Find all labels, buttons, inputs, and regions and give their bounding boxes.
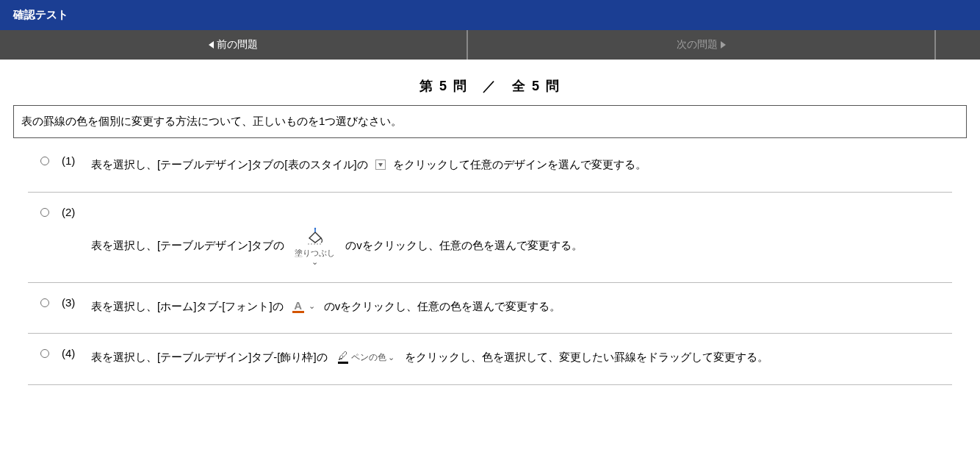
- pen-icon: 🖊: [338, 351, 348, 364]
- title-text: 確認テスト: [13, 8, 68, 21]
- pen-color-tool: 🖊 ペンの色 ⌄: [338, 349, 394, 366]
- radio-button[interactable]: [40, 349, 49, 358]
- svg-point-0: [314, 227, 316, 229]
- prev-question-button[interactable]: 前の問題: [0, 30, 468, 60]
- triangle-left-icon: [209, 41, 214, 49]
- answer-list: (1) 表を選択し、[テーブルデザイン]タブの[表のスタイル]の をクリックして…: [28, 150, 952, 385]
- answer-post: のvをクリックし、任意の色を選んで変更する。: [345, 235, 583, 257]
- fill-bucket-tool: 塗りつぶし ⌄: [295, 226, 335, 266]
- answer-text: 表を選択し、[テーブルデザイン]タブ-[飾り枠]の 🖊 ペンの色 ⌄ をクリック…: [91, 347, 952, 368]
- answer-row[interactable]: (1) 表を選択し、[テーブルデザイン]タブの[表のスタイル]の をクリックして…: [28, 150, 952, 193]
- question-text: 表の罫線の色を個別に変更する方法について、正しいものを1つ選びなさい。: [21, 115, 402, 127]
- answer-number: (4): [62, 347, 91, 359]
- next-question-button: 次の問題: [468, 30, 936, 60]
- title-bar: 確認テスト: [0, 0, 980, 30]
- nav-bar: 前の問題 次の問題: [0, 30, 980, 60]
- radio-button[interactable]: [40, 157, 49, 165]
- next-label: 次の問題: [677, 38, 718, 51]
- question-prompt: 表の罫線の色を個別に変更する方法について、正しいものを1つ選びなさい。: [13, 105, 967, 138]
- chevron-down-icon: ⌄: [309, 298, 315, 314]
- answer-row[interactable]: (4) 表を選択し、[テーブルデザイン]タブ-[飾り枠]の 🖊 ペンの色 ⌄ を…: [28, 334, 952, 385]
- triangle-right-icon: [721, 41, 726, 49]
- chevron-down-icon: ⌄: [388, 350, 394, 365]
- radio-col: [28, 154, 62, 165]
- font-color-a-icon: A: [292, 300, 304, 313]
- answer-post: をクリックして任意のデザインを選んで変更する。: [393, 154, 646, 176]
- answer-post: のvをクリックし、任意の色を選んで変更する。: [324, 296, 561, 318]
- answer-number: (2): [62, 206, 91, 218]
- prev-label: 前の問題: [217, 38, 258, 51]
- radio-col: [28, 347, 62, 358]
- answer-text: 表を選択し、[テーブルデザイン]タブの[表のスタイル]の をクリックして任意のデ…: [91, 154, 952, 176]
- answer-text: 表を選択し、[テーブルデザイン]タブの 塗りつぶし ⌄ のvを: [91, 206, 952, 266]
- radio-button[interactable]: [40, 208, 49, 217]
- answer-row[interactable]: (3) 表を選択し、[ホーム]タブ-[フォント]の A ⌄ のvをクリックし、任…: [28, 283, 952, 334]
- answer-pre: 表を選択し、[ホーム]タブ-[フォント]の: [91, 296, 284, 318]
- bucket-icon: [305, 226, 325, 247]
- answer-pre: 表を選択し、[テーブルデザイン]タブ-[飾り枠]の: [91, 347, 328, 368]
- radio-col: [28, 206, 62, 217]
- radio-button[interactable]: [40, 298, 49, 307]
- dropdown-more-icon: [375, 159, 386, 170]
- font-color-tool: A ⌄: [292, 298, 315, 314]
- pen-color-label: ペンの色: [351, 349, 386, 366]
- answer-pre: 表を選択し、[テーブルデザイン]タブの[表のスタイル]の: [91, 154, 368, 176]
- answer-number: (1): [62, 154, 91, 167]
- nav-spacer: [936, 30, 980, 60]
- counter-text: 第 5 問 ／ 全 5 問: [419, 79, 561, 93]
- answer-post: をクリックし、色を選択して、変更したい罫線をドラッグして変更する。: [405, 347, 768, 368]
- answer-pre: 表を選択し、[テーブルデザイン]タブの: [91, 235, 284, 257]
- chevron-down-icon: ⌄: [311, 257, 318, 266]
- answer-text: 表を選択し、[ホーム]タブ-[フォント]の A ⌄ のvをクリックし、任意の色を…: [91, 296, 952, 318]
- question-counter: 第 5 問 ／ 全 5 問: [0, 60, 980, 105]
- answer-number: (3): [62, 296, 91, 309]
- answer-row[interactable]: (2) 表を選択し、[テーブルデザイン]タブの 塗りつぶし: [28, 193, 952, 283]
- radio-col: [28, 296, 62, 307]
- fill-tool-label: 塗りつぶし: [295, 248, 335, 257]
